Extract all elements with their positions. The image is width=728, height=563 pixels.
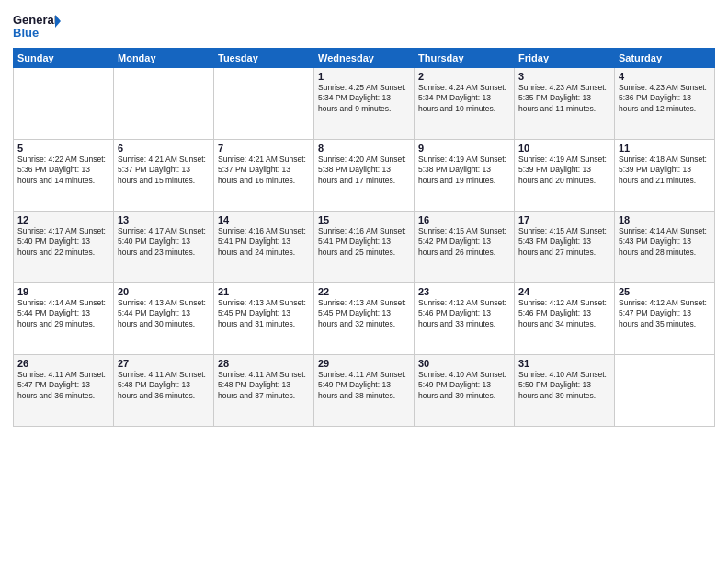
calendar-header-monday: Monday — [114, 49, 214, 68]
calendar-cell — [214, 68, 314, 140]
calendar-cell: 13Sunrise: 4:17 AM Sunset: 5:40 PM Dayli… — [114, 212, 214, 283]
day-info: Sunrise: 4:18 AM Sunset: 5:39 PM Dayligh… — [619, 155, 711, 186]
day-number: 9 — [418, 143, 510, 154]
day-number: 24 — [518, 286, 610, 297]
calendar-cell: 17Sunrise: 4:15 AM Sunset: 5:43 PM Dayli… — [515, 212, 615, 283]
calendar-cell: 26Sunrise: 4:11 AM Sunset: 5:47 PM Dayli… — [14, 355, 114, 427]
day-number: 10 — [518, 143, 610, 154]
calendar-week-row: 1Sunrise: 4:25 AM Sunset: 5:34 PM Daylig… — [14, 68, 715, 140]
day-number: 14 — [218, 214, 310, 225]
day-info: Sunrise: 4:19 AM Sunset: 5:39 PM Dayligh… — [518, 155, 610, 186]
svg-marker-2 — [55, 15, 61, 28]
day-number: 26 — [17, 358, 109, 369]
day-number: 25 — [619, 286, 711, 297]
day-info: Sunrise: 4:12 AM Sunset: 5:46 PM Dayligh… — [518, 298, 610, 329]
calendar-week-row: 5Sunrise: 4:22 AM Sunset: 5:36 PM Daylig… — [14, 140, 715, 212]
calendar-cell: 15Sunrise: 4:16 AM Sunset: 5:41 PM Dayli… — [314, 212, 415, 283]
day-number: 23 — [418, 286, 510, 297]
page: General Blue SundayMondayTuesdayWednesda… — [0, 0, 728, 563]
calendar-cell: 20Sunrise: 4:13 AM Sunset: 5:44 PM Dayli… — [114, 283, 214, 355]
day-number: 27 — [118, 358, 210, 369]
day-number: 5 — [17, 143, 109, 154]
day-number: 17 — [518, 214, 610, 225]
day-number: 15 — [318, 214, 410, 225]
day-info: Sunrise: 4:19 AM Sunset: 5:38 PM Dayligh… — [418, 155, 510, 186]
day-info: Sunrise: 4:24 AM Sunset: 5:34 PM Dayligh… — [418, 83, 510, 114]
day-info: Sunrise: 4:10 AM Sunset: 5:49 PM Dayligh… — [418, 370, 510, 401]
calendar-cell: 19Sunrise: 4:14 AM Sunset: 5:44 PM Dayli… — [14, 283, 114, 355]
calendar-cell — [615, 355, 715, 427]
day-info: Sunrise: 4:13 AM Sunset: 5:45 PM Dayligh… — [218, 298, 310, 329]
calendar-cell: 2Sunrise: 4:24 AM Sunset: 5:34 PM Daylig… — [415, 68, 515, 140]
day-number: 28 — [218, 358, 310, 369]
day-info: Sunrise: 4:13 AM Sunset: 5:44 PM Dayligh… — [118, 298, 210, 329]
calendar-table: SundayMondayTuesdayWednesdayThursdayFrid… — [13, 48, 715, 427]
day-info: Sunrise: 4:23 AM Sunset: 5:35 PM Dayligh… — [518, 83, 610, 114]
calendar-header-tuesday: Tuesday — [214, 49, 314, 68]
calendar-header-thursday: Thursday — [415, 49, 515, 68]
day-info: Sunrise: 4:21 AM Sunset: 5:37 PM Dayligh… — [118, 155, 210, 186]
calendar-cell: 7Sunrise: 4:21 AM Sunset: 5:37 PM Daylig… — [214, 140, 314, 212]
calendar-cell: 25Sunrise: 4:12 AM Sunset: 5:47 PM Dayli… — [615, 283, 715, 355]
day-number: 6 — [118, 143, 210, 154]
calendar-cell: 29Sunrise: 4:11 AM Sunset: 5:49 PM Dayli… — [314, 355, 415, 427]
logo: General Blue — [13, 9, 61, 42]
calendar-cell: 5Sunrise: 4:22 AM Sunset: 5:36 PM Daylig… — [14, 140, 114, 212]
calendar-cell: 10Sunrise: 4:19 AM Sunset: 5:39 PM Dayli… — [515, 140, 615, 212]
day-info: Sunrise: 4:10 AM Sunset: 5:50 PM Dayligh… — [518, 370, 610, 401]
calendar-cell: 4Sunrise: 4:23 AM Sunset: 5:36 PM Daylig… — [615, 68, 715, 140]
day-info: Sunrise: 4:25 AM Sunset: 5:34 PM Dayligh… — [318, 83, 410, 114]
day-info: Sunrise: 4:15 AM Sunset: 5:42 PM Dayligh… — [418, 226, 510, 258]
calendar-cell: 1Sunrise: 4:25 AM Sunset: 5:34 PM Daylig… — [314, 68, 415, 140]
day-info: Sunrise: 4:16 AM Sunset: 5:41 PM Dayligh… — [318, 226, 410, 258]
logo-icon: General Blue — [13, 9, 61, 42]
day-number: 29 — [318, 358, 410, 369]
calendar-header-sunday: Sunday — [14, 49, 114, 68]
day-number: 2 — [418, 71, 510, 82]
calendar-cell: 11Sunrise: 4:18 AM Sunset: 5:39 PM Dayli… — [615, 140, 715, 212]
day-info: Sunrise: 4:11 AM Sunset: 5:48 PM Dayligh… — [218, 370, 310, 401]
day-info: Sunrise: 4:16 AM Sunset: 5:41 PM Dayligh… — [218, 226, 310, 258]
day-info: Sunrise: 4:13 AM Sunset: 5:45 PM Dayligh… — [318, 298, 410, 329]
calendar-header-saturday: Saturday — [615, 49, 715, 68]
day-number: 16 — [418, 214, 510, 225]
day-info: Sunrise: 4:14 AM Sunset: 5:43 PM Dayligh… — [619, 226, 711, 258]
calendar-cell: 22Sunrise: 4:13 AM Sunset: 5:45 PM Dayli… — [314, 283, 415, 355]
calendar-cell: 3Sunrise: 4:23 AM Sunset: 5:35 PM Daylig… — [515, 68, 615, 140]
day-number: 20 — [118, 286, 210, 297]
calendar-header-wednesday: Wednesday — [314, 49, 415, 68]
calendar-cell: 31Sunrise: 4:10 AM Sunset: 5:50 PM Dayli… — [515, 355, 615, 427]
day-number: 13 — [118, 214, 210, 225]
day-number: 30 — [418, 358, 510, 369]
day-info: Sunrise: 4:17 AM Sunset: 5:40 PM Dayligh… — [118, 226, 210, 258]
calendar-cell: 16Sunrise: 4:15 AM Sunset: 5:42 PM Dayli… — [415, 212, 515, 283]
day-number: 21 — [218, 286, 310, 297]
day-number: 12 — [17, 214, 109, 225]
header: General Blue — [13, 9, 715, 42]
day-info: Sunrise: 4:14 AM Sunset: 5:44 PM Dayligh… — [17, 298, 109, 329]
day-number: 1 — [318, 71, 410, 82]
day-number: 18 — [619, 214, 711, 225]
calendar-cell — [114, 68, 214, 140]
calendar-cell: 9Sunrise: 4:19 AM Sunset: 5:38 PM Daylig… — [415, 140, 515, 212]
svg-text:Blue: Blue — [13, 26, 39, 40]
calendar-cell: 24Sunrise: 4:12 AM Sunset: 5:46 PM Dayli… — [515, 283, 615, 355]
day-info: Sunrise: 4:21 AM Sunset: 5:37 PM Dayligh… — [218, 155, 310, 186]
calendar-cell: 18Sunrise: 4:14 AM Sunset: 5:43 PM Dayli… — [615, 212, 715, 283]
day-info: Sunrise: 4:12 AM Sunset: 5:47 PM Dayligh… — [619, 298, 711, 329]
calendar-cell: 21Sunrise: 4:13 AM Sunset: 5:45 PM Dayli… — [214, 283, 314, 355]
day-info: Sunrise: 4:12 AM Sunset: 5:46 PM Dayligh… — [418, 298, 510, 329]
day-number: 3 — [518, 71, 610, 82]
day-info: Sunrise: 4:17 AM Sunset: 5:40 PM Dayligh… — [17, 226, 109, 258]
day-number: 19 — [17, 286, 109, 297]
day-info: Sunrise: 4:11 AM Sunset: 5:47 PM Dayligh… — [17, 370, 109, 401]
day-number: 4 — [619, 71, 711, 82]
calendar-header-friday: Friday — [515, 49, 615, 68]
calendar-cell: 6Sunrise: 4:21 AM Sunset: 5:37 PM Daylig… — [114, 140, 214, 212]
calendar-week-row: 19Sunrise: 4:14 AM Sunset: 5:44 PM Dayli… — [14, 283, 715, 355]
calendar-cell: 27Sunrise: 4:11 AM Sunset: 5:48 PM Dayli… — [114, 355, 214, 427]
day-number: 31 — [518, 358, 610, 369]
day-number: 22 — [318, 286, 410, 297]
svg-text:General: General — [13, 13, 57, 27]
calendar-week-row: 12Sunrise: 4:17 AM Sunset: 5:40 PM Dayli… — [14, 212, 715, 283]
